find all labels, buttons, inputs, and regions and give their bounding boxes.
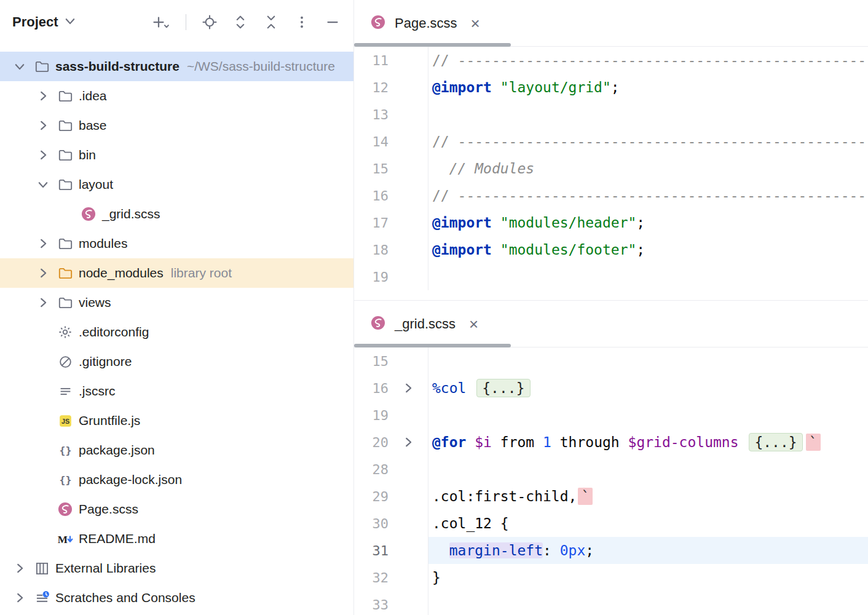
code-line-33[interactable]: 33 — [354, 591, 868, 615]
code-text: @import "modules/footer"; — [428, 236, 868, 263]
editor-tab-grid-scss[interactable]: _grid.scss × — [370, 315, 478, 333]
folder-icon — [54, 295, 76, 311]
line-number: 33 — [354, 597, 389, 613]
code-text: @import "modules/header"; — [428, 209, 868, 236]
tree-item-label: Page.scss — [79, 502, 138, 517]
code-text: @for $i from 1 through $grid-columns {..… — [428, 429, 868, 456]
tree-item--idea[interactable]: .idea — [0, 81, 353, 111]
token-plain: ; — [636, 242, 645, 258]
tree-item-label: sass-build-structure — [55, 59, 180, 74]
gear-icon — [54, 325, 76, 339]
fold-arrow-icon[interactable] — [389, 435, 428, 449]
chevron-down-icon[interactable] — [9, 60, 31, 73]
line-number: 19 — [354, 269, 389, 285]
line-number: 18 — [354, 242, 389, 258]
code-line-28[interactable]: 28 — [354, 456, 868, 483]
code-editor-page-scss[interactable]: 11// -----------------------------------… — [354, 47, 868, 300]
tree-item--grid-scss[interactable]: _grid.scss — [0, 199, 353, 229]
chevron-right-icon[interactable] — [32, 119, 54, 132]
markdown-icon: M — [54, 531, 76, 546]
chevron-right-icon[interactable] — [32, 266, 54, 280]
folder-icon — [54, 177, 76, 192]
collapse-all-button[interactable] — [264, 15, 278, 30]
code-line-11[interactable]: 11// -----------------------------------… — [354, 47, 868, 74]
tree-item-base[interactable]: base — [0, 111, 353, 140]
fold-arrow-icon[interactable] — [389, 381, 428, 395]
code-line-15[interactable]: 15 — [354, 347, 868, 375]
tree-item-label: package-lock.json — [79, 472, 182, 487]
tree-item-bin[interactable]: bin — [0, 140, 353, 170]
code-line-30[interactable]: 30.col_12 { — [354, 510, 868, 537]
token-plain: : — [543, 542, 551, 558]
code-line-17[interactable]: 17@import "modules/header"; — [354, 209, 868, 236]
tree-item-views[interactable]: views — [0, 288, 353, 317]
braces-icon: {} — [54, 443, 76, 458]
line-number: 12 — [354, 80, 389, 95]
code-line-12[interactable]: 12@import "layout/grid"; — [354, 74, 868, 101]
close-icon[interactable]: × — [471, 15, 480, 31]
chevron-down-icon[interactable] — [32, 178, 54, 191]
tree-item-scratches-and-consoles[interactable]: Scratches and Consoles — [0, 583, 353, 613]
line-number: 13 — [354, 107, 389, 122]
gutter: 20 — [354, 429, 428, 456]
tree-item-suffix: ~/WS/sass-build-structure — [187, 59, 335, 74]
tree-item--jscsrc[interactable]: .jscsrc — [0, 376, 353, 406]
code-line-31[interactable]: 31 margin-left: 0px; — [354, 537, 868, 564]
tree-item-readme-md[interactable]: MREADME.md — [0, 524, 353, 554]
line-number: 28 — [354, 462, 389, 477]
tree-item-label: README.md — [79, 531, 156, 546]
tree-item-label: modules — [79, 236, 127, 251]
chevron-right-icon[interactable] — [32, 89, 54, 103]
locate-file-button[interactable] — [202, 15, 217, 30]
close-icon[interactable]: × — [469, 316, 478, 332]
code-line-14[interactable]: 14// -----------------------------------… — [354, 128, 868, 155]
tree-item-page-scss[interactable]: Page.scss — [0, 494, 353, 524]
token-plain: ; — [611, 79, 620, 95]
code-line-13[interactable]: 13 — [354, 101, 868, 128]
tree-item-sass-build-structure[interactable]: sass-build-structure~/WS/sass-build-stru… — [0, 52, 353, 81]
expand-all-button[interactable] — [233, 15, 248, 30]
editor-area: Page.scss × 11// -----------------------… — [354, 0, 868, 615]
code-line-20[interactable]: 20@for $i from 1 through $grid-columns {… — [354, 429, 868, 456]
hide-panel-button[interactable] — [325, 15, 340, 30]
chevron-right-icon[interactable] — [32, 148, 54, 162]
line-number: 16 — [354, 188, 389, 204]
token-plain — [739, 434, 748, 450]
code-editor-grid-scss[interactable]: 1516%col {...}1920@for $i from 1 through… — [354, 347, 868, 615]
svg-text:{}: {} — [59, 474, 71, 486]
chevron-right-icon[interactable] — [9, 591, 31, 605]
token-prop-hl: margin-left — [449, 542, 543, 558]
project-view-selector[interactable]: Project — [12, 14, 77, 30]
more-options-button[interactable] — [294, 15, 309, 30]
chevron-right-icon[interactable] — [9, 561, 31, 575]
line-number: 17 — [354, 215, 389, 231]
code-line-15[interactable]: 15 // Modules — [354, 155, 868, 182]
editor-pane-bottom: _grid.scss × 1516%col {...}1920@for $i f… — [354, 300, 868, 615]
tree-item-external-libraries[interactable]: External Libraries — [0, 554, 353, 583]
code-line-16[interactable]: 16// -----------------------------------… — [354, 182, 868, 209]
code-line-16[interactable]: 16%col {...} — [354, 375, 868, 402]
code-text — [428, 591, 868, 615]
token-var: $grid-columns — [628, 434, 739, 450]
chevron-right-icon[interactable] — [32, 296, 54, 309]
tree-item--gitignore[interactable]: .gitignore — [0, 347, 353, 376]
code-line-32[interactable]: 32} — [354, 564, 868, 591]
tree-item-gruntfile-js[interactable]: JSGruntfile.js — [0, 406, 353, 435]
tree-item-modules[interactable]: modules — [0, 229, 353, 258]
code-line-18[interactable]: 18@import "modules/footer"; — [354, 236, 868, 263]
chevron-right-icon[interactable] — [32, 237, 54, 250]
token-plain — [432, 542, 449, 558]
code-line-19[interactable]: 19 — [354, 263, 868, 290]
tree-item-layout[interactable]: layout — [0, 170, 353, 199]
code-text: %col {...} — [428, 375, 868, 402]
code-line-29[interactable]: 29.col:first-child,` — [354, 483, 868, 510]
editor-tab-page-scss[interactable]: Page.scss × — [370, 14, 480, 33]
tree-item-package-lock-json[interactable]: {}package-lock.json — [0, 465, 353, 494]
ext-lib-icon — [31, 561, 53, 576]
tree-item--editorconfig[interactable]: .editorconfig — [0, 317, 353, 347]
tree-item-package-json[interactable]: {}package.json — [0, 435, 353, 465]
add-button[interactable] — [151, 15, 170, 30]
gutter: 19 — [354, 263, 428, 290]
code-line-19[interactable]: 19 — [354, 402, 868, 429]
tree-item-node-modules[interactable]: node_moduleslibrary root — [0, 258, 353, 288]
